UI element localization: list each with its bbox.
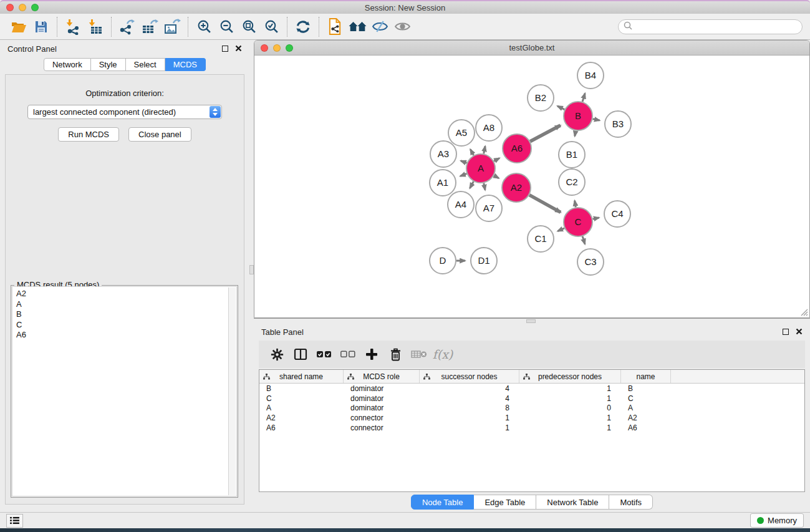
network-node-C2[interactable]: C2: [559, 169, 585, 195]
search-field[interactable]: [618, 19, 803, 34]
network-node-C3[interactable]: C3: [577, 249, 604, 275]
network-edge-B-B1[interactable]: [575, 131, 576, 137]
network-edge-A-A3[interactable]: [461, 161, 467, 163]
network-node-A1[interactable]: A1: [430, 170, 456, 196]
show-columns-checked-icon[interactable]: [312, 343, 336, 365]
tab-network-table[interactable]: Network Table: [536, 495, 609, 510]
network-edge-A6-B[interactable]: [530, 125, 561, 142]
export-network-icon[interactable]: [116, 16, 138, 37]
network-edge-C-C1[interactable]: [557, 228, 564, 231]
resize-grip-icon[interactable]: [800, 307, 808, 318]
zoom-network-window-button[interactable]: [286, 44, 293, 52]
result-item[interactable]: A2: [16, 289, 228, 299]
import-network-icon[interactable]: [62, 16, 84, 37]
network-node-D[interactable]: D: [430, 248, 456, 274]
result-item[interactable]: B: [16, 309, 228, 320]
network-edge-C-C3[interactable]: [582, 236, 585, 244]
open-session-icon[interactable]: [7, 16, 30, 37]
table-row[interactable]: Adominator80A: [259, 404, 804, 414]
zoom-fit-icon[interactable]: [238, 16, 260, 37]
tab-edge-table[interactable]: Edge Table: [474, 495, 536, 510]
close-window-button[interactable]: [6, 4, 14, 11]
network-edge-A-A2[interactable]: [494, 175, 499, 178]
network-edge-C-C2[interactable]: [575, 201, 576, 208]
network-edge-A-A4[interactable]: [470, 181, 473, 188]
memory-button[interactable]: Memory: [750, 513, 804, 528]
column-header-name[interactable]: name: [621, 370, 671, 383]
network-node-A8[interactable]: A8: [476, 115, 502, 141]
zoom-window-button[interactable]: [31, 4, 39, 11]
tab-mcds[interactable]: MCDS: [165, 58, 206, 71]
network-node-A6[interactable]: A6: [503, 134, 531, 163]
home-icon[interactable]: [346, 16, 369, 37]
network-edge-B-B3[interactable]: [593, 119, 600, 120]
zoom-in-icon[interactable]: [193, 16, 215, 37]
network-node-C1[interactable]: C1: [528, 226, 554, 252]
tab-network[interactable]: Network: [44, 58, 91, 71]
tab-motifs[interactable]: Motifs: [609, 495, 653, 510]
network-edge-A-A8[interactable]: [484, 146, 485, 153]
run-mcds-button[interactable]: Run MCDS: [58, 127, 119, 142]
horizontal-splitter-grip[interactable]: [526, 319, 536, 323]
vertical-splitter[interactable]: [249, 40, 254, 512]
refresh-icon[interactable]: [292, 16, 314, 37]
tab-style[interactable]: Style: [91, 58, 126, 71]
network-node-B4[interactable]: B4: [577, 62, 604, 89]
result-item[interactable]: C: [16, 320, 228, 331]
network-node-A7[interactable]: A7: [476, 195, 502, 221]
import-table-icon[interactable]: [84, 16, 107, 37]
minimize-window-button[interactable]: [19, 4, 26, 11]
network-node-A2[interactable]: A2: [502, 173, 531, 202]
zoom-out-icon[interactable]: [215, 16, 238, 37]
table-row[interactable]: A2connector11A2: [259, 413, 804, 423]
function-builder-icon[interactable]: f(x): [431, 343, 455, 365]
network-edge-B-B4[interactable]: [582, 94, 585, 102]
column-header-shared-name[interactable]: shared name: [259, 370, 344, 383]
network-file-icon[interactable]: [324, 16, 346, 37]
network-node-D1[interactable]: D1: [471, 248, 497, 274]
minimize-network-window-button[interactable]: [273, 44, 281, 52]
network-node-C4[interactable]: C4: [604, 201, 630, 227]
network-node-B[interactable]: B: [564, 102, 592, 130]
network-edge-A2-C[interactable]: [529, 195, 561, 213]
table-row[interactable]: Cdominator41C: [259, 394, 804, 404]
add-column-icon[interactable]: [360, 343, 383, 365]
network-node-A4[interactable]: A4: [448, 191, 474, 218]
column-header-MCDS-role[interactable]: MCDS role: [344, 370, 420, 383]
tab-node-table[interactable]: Node Table: [411, 495, 475, 510]
table-row[interactable]: Bdominator41B: [259, 384, 804, 394]
vertical-splitter-grip[interactable]: [249, 265, 254, 274]
save-session-icon[interactable]: [30, 16, 52, 37]
network-edge-A-A6[interactable]: [494, 158, 499, 161]
network-node-B3[interactable]: B3: [605, 111, 631, 137]
network-node-B1[interactable]: B1: [559, 142, 585, 168]
close-panel-icon[interactable]: [235, 44, 242, 54]
column-header-predecessor-nodes[interactable]: predecessor nodes: [519, 370, 621, 383]
network-node-B2[interactable]: B2: [528, 85, 554, 111]
close-panel-button[interactable]: Close panel: [128, 127, 191, 142]
result-item[interactable]: A6: [16, 330, 228, 341]
close-network-window-button[interactable]: [261, 44, 268, 52]
export-image-icon[interactable]: [161, 16, 183, 37]
float-panel-icon[interactable]: [222, 46, 228, 52]
optimization-criterion-select[interactable]: largest connected component (directed): [27, 105, 222, 119]
network-edge-A-A1[interactable]: [460, 173, 466, 176]
network-edge-A-A7[interactable]: [484, 183, 485, 190]
task-history-button[interactable]: [6, 514, 23, 528]
network-edge-C-C4[interactable]: [593, 218, 599, 219]
tab-select[interactable]: Select: [126, 58, 165, 71]
show-eye-icon[interactable]: [391, 16, 413, 37]
network-node-A3[interactable]: A3: [430, 141, 456, 167]
network-node-C[interactable]: C: [564, 208, 592, 236]
result-list-scrollbar[interactable]: [228, 288, 236, 495]
zoom-selected-icon[interactable]: [260, 16, 282, 37]
network-edge-B-B2[interactable]: [557, 106, 564, 110]
float-table-panel-icon[interactable]: [783, 329, 789, 335]
table-row[interactable]: A6connector11A6: [259, 423, 804, 433]
result-item[interactable]: A: [16, 299, 228, 310]
network-node-A5[interactable]: A5: [448, 120, 475, 146]
horizontal-splitter[interactable]: [254, 318, 810, 323]
hide-columns-unchecked-icon[interactable]: [336, 343, 360, 365]
network-edge-A-A5[interactable]: [470, 149, 473, 155]
delete-table-icon[interactable]: [407, 343, 431, 365]
